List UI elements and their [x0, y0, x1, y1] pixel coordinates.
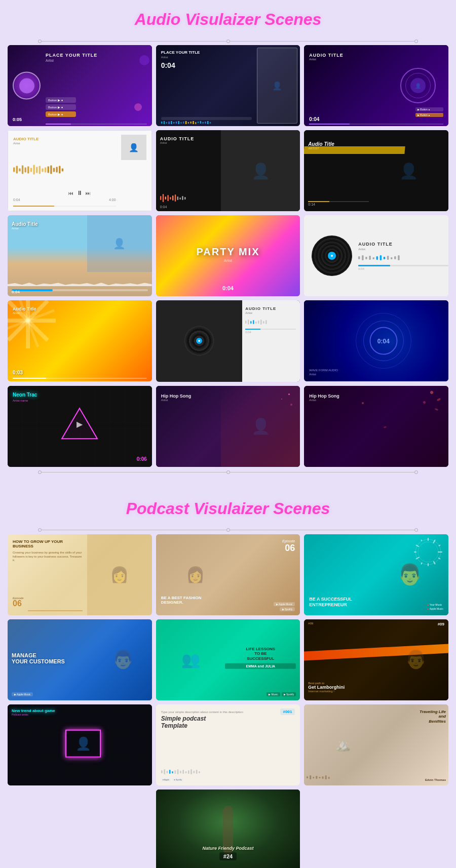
podcast-card-3[interactable]: 👨	[304, 534, 448, 615]
svg-rect-32	[45, 168, 46, 173]
svg-rect-70	[250, 321, 252, 324]
svg-rect-55	[376, 256, 378, 260]
svg-rect-101	[180, 771, 181, 773]
svg-rect-103	[185, 771, 186, 773]
svg-rect-20	[209, 122, 210, 124]
audio-card-11[interactable]: AUDIO TITLE Artist	[156, 300, 300, 381]
svg-rect-21	[13, 168, 15, 172]
podcast-card-9[interactable]: 🏔️ Traveling LifeandBenifites	[304, 704, 448, 785]
svg-rect-44	[172, 195, 173, 201]
svg-rect-45	[174, 194, 175, 202]
audio-card-3[interactable]: AUDIO TITLE Artist 👤 ▶ Button ● ▶ Butto	[304, 45, 448, 126]
svg-rect-27	[30, 168, 32, 172]
svg-rect-111	[313, 777, 315, 778]
podcast-card-5[interactable]: 👥 LIFE LESSONSTO BESUCCESSFUL EMMA and J…	[156, 619, 300, 700]
svg-rect-37	[59, 166, 60, 174]
svg-rect-106	[193, 771, 195, 773]
svg-rect-74	[260, 320, 262, 325]
connector-line	[42, 41, 226, 42]
connector-dot	[414, 470, 418, 474]
audio-card-4[interactable]: AUDIO TITLE Artist 👤	[8, 130, 152, 211]
svg-rect-99	[174, 770, 176, 774]
podcast-section: Podcast Visulaizer Scenes 👩 HOW TO GROW …	[0, 492, 456, 868]
audio-card-2[interactable]: PLACE YOUR TITLE Artist 0:04 👤	[156, 45, 300, 126]
audio-card-1[interactable]: PLACE YOUR TITLE Artist Button ▶ ● Butto…	[8, 45, 152, 126]
podcast-card-2[interactable]: 👩 Episode 06 BE A BEST FASHION DESIGNER.…	[156, 534, 300, 615]
svg-rect-112	[316, 776, 318, 779]
svg-rect-48	[182, 196, 183, 200]
svg-rect-94	[161, 770, 163, 773]
audio-card-9[interactable]: AUDIO TITLE Artist	[304, 215, 448, 296]
connector-line	[42, 472, 226, 472]
audio-card-7[interactable]: 👤 Audio Title Artist 0:04	[8, 215, 152, 296]
svg-rect-109	[307, 776, 308, 778]
svg-rect-105	[191, 769, 192, 774]
svg-rect-42	[167, 195, 168, 201]
svg-rect-23	[19, 169, 20, 172]
svg-rect-30	[39, 166, 41, 174]
audio-card-12[interactable]: 0:04 WAVE FORM AUDIOArtist	[304, 300, 448, 381]
svg-rect-46	[177, 196, 178, 200]
svg-point-81	[418, 542, 438, 562]
svg-rect-38	[62, 169, 63, 172]
podcast-card-8[interactable]: #001 Type your simple description about …	[156, 704, 300, 785]
svg-rect-16	[200, 121, 201, 124]
audio-card-15[interactable]: Hip Hop Song Artist	[304, 386, 448, 467]
svg-rect-76	[265, 320, 267, 324]
podcast-card-10[interactable]: Nature Friendy Podcast #24	[156, 790, 300, 868]
svg-rect-71	[253, 320, 254, 324]
audio-card-10[interactable]: Audio Title Artist 0:03	[8, 300, 152, 381]
connector-dot	[38, 470, 42, 474]
audio-card-5[interactable]: 👤 AUDIO TITLE Artist	[156, 130, 300, 211]
podcast-section-title: Podcast Visulaizer Scenes	[8, 499, 448, 518]
svg-rect-110	[310, 775, 311, 779]
svg-rect-68	[245, 321, 247, 324]
svg-rect-5	[173, 122, 174, 124]
connector-bottom	[8, 469, 448, 476]
svg-rect-69	[248, 320, 249, 325]
podcast-card-7[interactable]: 👤 New trend about game Podcast series	[8, 704, 152, 785]
connector-dot	[414, 40, 418, 43]
podcast-card-6[interactable]: 👨 #09 #09 Best path to Get Lamborghini I…	[304, 619, 448, 700]
connector-line	[42, 530, 226, 530]
svg-rect-108	[199, 771, 200, 773]
svg-rect-7	[178, 121, 179, 124]
svg-rect-9	[183, 122, 184, 124]
svg-rect-24	[22, 166, 23, 174]
connector-line	[230, 472, 415, 472]
audio-card-14[interactable]: 👤 Hip Hop Song Artist	[156, 386, 300, 467]
svg-rect-3	[168, 122, 169, 124]
audio-card-6[interactable]: 👤 Audio Title ARTIST 0:14	[304, 130, 448, 211]
svg-rect-100	[177, 769, 178, 774]
svg-rect-33	[48, 167, 49, 173]
svg-rect-34	[50, 166, 52, 174]
svg-rect-25	[25, 168, 26, 173]
svg-rect-8	[180, 122, 181, 124]
svg-rect-17	[202, 122, 203, 124]
svg-rect-85	[438, 551, 442, 553]
connector-dot	[226, 40, 230, 43]
audio-card-8[interactable]: PARTY MIX Artist 0:04	[156, 215, 300, 296]
audio-section: Audio Visulaizer Scenes PLACE YOUR TITLE…	[0, 0, 456, 492]
svg-rect-36	[56, 167, 57, 173]
svg-rect-97	[169, 770, 171, 774]
svg-rect-53	[369, 256, 371, 260]
svg-rect-40	[162, 194, 163, 202]
svg-rect-11	[187, 122, 188, 124]
svg-rect-91	[414, 551, 416, 553]
svg-rect-50	[358, 256, 360, 259]
svg-rect-51	[362, 255, 364, 260]
podcast-grid: 👩 HOW TO GROW UP YOUR BUSINESS Growing y…	[8, 534, 448, 785]
svg-rect-115	[325, 775, 327, 779]
svg-rect-29	[36, 167, 37, 173]
svg-rect-0	[161, 122, 162, 124]
audio-card-13[interactable]: ▶ Neon Trac Artist name 0:06	[8, 386, 152, 467]
svg-rect-31	[42, 169, 43, 172]
svg-rect-12	[190, 122, 191, 124]
svg-rect-59	[391, 257, 393, 259]
connector-dot	[38, 528, 42, 532]
podcast-card-1[interactable]: 👩 HOW TO GROW UP YOUR BUSINESS Growing y…	[8, 534, 152, 615]
podcast-card-4[interactable]: 👨 MANAGEYOUR CUSTOMERS ▶ Apple Music	[8, 619, 152, 700]
svg-text:▶: ▶	[77, 420, 83, 428]
svg-rect-52	[366, 257, 368, 259]
